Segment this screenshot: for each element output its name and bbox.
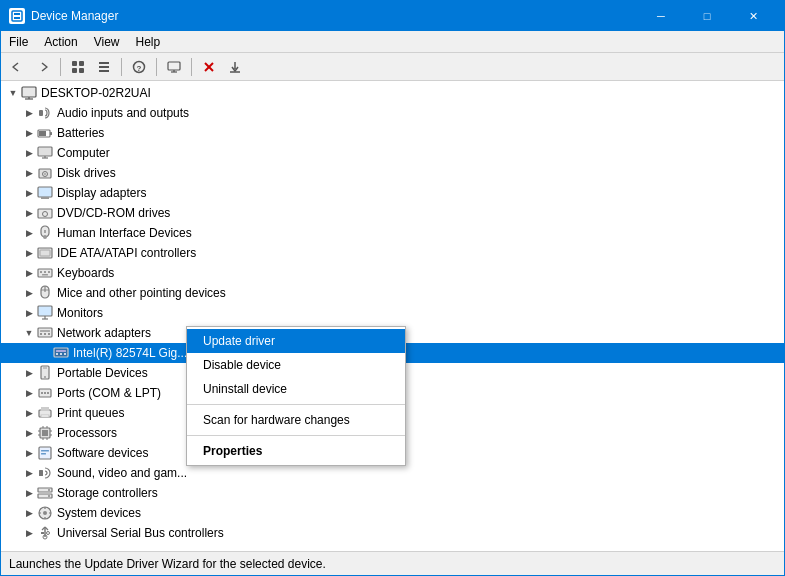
portable-label: Portable Devices bbox=[57, 366, 148, 380]
remove-button[interactable] bbox=[197, 56, 221, 78]
tree-item-batteries[interactable]: ▶ Batteries bbox=[1, 123, 784, 143]
svg-point-63 bbox=[44, 376, 46, 378]
expand-batteries[interactable]: ▶ bbox=[21, 125, 37, 141]
expand-sound[interactable]: ▶ bbox=[21, 465, 37, 481]
svg-rect-98 bbox=[41, 532, 44, 534]
svg-rect-51 bbox=[38, 328, 52, 337]
tree-item-ide[interactable]: ▶ IDE ATA/ATAPI controllers bbox=[1, 243, 784, 263]
computer-button[interactable] bbox=[162, 56, 186, 78]
view-list-button[interactable] bbox=[92, 56, 116, 78]
portable-icon bbox=[37, 365, 53, 381]
ctx-scan-hardware[interactable]: Scan for hardware changes bbox=[187, 408, 405, 432]
svg-rect-24 bbox=[39, 131, 46, 136]
expand-mice[interactable]: ▶ bbox=[21, 285, 37, 301]
expand-audio[interactable]: ▶ bbox=[21, 105, 37, 121]
tree-item-computer[interactable]: ▶ Computer bbox=[1, 143, 784, 163]
close-button[interactable]: ✕ bbox=[730, 1, 776, 31]
svg-rect-69 bbox=[41, 407, 49, 411]
maximize-button[interactable]: □ bbox=[684, 1, 730, 31]
ports-label: Ports (COM & LPT) bbox=[57, 386, 161, 400]
title-bar: Device Manager ─ □ ✕ bbox=[1, 1, 784, 31]
tree-item-audio[interactable]: ▶ Audio inputs and outputs bbox=[1, 103, 784, 123]
expand-disk[interactable]: ▶ bbox=[21, 165, 37, 181]
svg-rect-41 bbox=[40, 271, 42, 273]
sep2 bbox=[121, 58, 122, 76]
svg-point-87 bbox=[48, 489, 50, 491]
tree-item-dvd[interactable]: ▶ DVD/CD-ROM drives bbox=[1, 203, 784, 223]
forward-button[interactable] bbox=[31, 56, 55, 78]
expand-processors[interactable]: ▶ bbox=[21, 425, 37, 441]
tree-item-system[interactable]: ▶ System devices bbox=[1, 503, 784, 523]
menu-help[interactable]: Help bbox=[128, 31, 169, 53]
tree-item-monitors[interactable]: ▶ Monitors bbox=[1, 303, 784, 323]
expand-hid[interactable]: ▶ bbox=[21, 225, 37, 241]
sep3 bbox=[156, 58, 157, 76]
expand-display[interactable]: ▶ bbox=[21, 185, 37, 201]
minimize-button[interactable]: ─ bbox=[638, 1, 684, 31]
svg-rect-23 bbox=[50, 132, 52, 135]
ctx-update-driver[interactable]: Update driver bbox=[187, 329, 405, 353]
svg-point-52 bbox=[40, 333, 42, 335]
svg-rect-5 bbox=[72, 68, 77, 73]
svg-point-67 bbox=[47, 392, 49, 394]
expand-usb[interactable]: ▶ bbox=[21, 525, 37, 541]
storage-label: Storage controllers bbox=[57, 486, 158, 500]
keyboards-label: Keyboards bbox=[57, 266, 114, 280]
tree-item-mice[interactable]: ▶ Mice and other pointing devices bbox=[1, 283, 784, 303]
status-bar: Launches the Update Driver Wizard for th… bbox=[1, 551, 784, 575]
view-icon-button[interactable] bbox=[66, 56, 90, 78]
computer-device-icon bbox=[37, 145, 53, 161]
ctx-uninstall-device[interactable]: Uninstall device bbox=[187, 377, 405, 401]
tree-item-disk[interactable]: ▶ Disk drives bbox=[1, 163, 784, 183]
svg-point-90 bbox=[43, 511, 47, 515]
expand-storage[interactable]: ▶ bbox=[21, 485, 37, 501]
menu-action[interactable]: Action bbox=[36, 31, 85, 53]
expand-ports[interactable]: ▶ bbox=[21, 385, 37, 401]
tree-item-hid[interactable]: ▶ Human Interface Devices bbox=[1, 223, 784, 243]
expand-portable[interactable]: ▶ bbox=[21, 365, 37, 381]
svg-point-65 bbox=[41, 392, 43, 394]
svg-rect-8 bbox=[99, 66, 109, 68]
ctx-properties[interactable]: Properties bbox=[187, 439, 405, 463]
back-button[interactable] bbox=[5, 56, 29, 78]
print-label: Print queues bbox=[57, 406, 124, 420]
expand-root[interactable]: ▼ bbox=[5, 85, 21, 101]
expand-network[interactable]: ▼ bbox=[21, 325, 37, 341]
svg-rect-32 bbox=[41, 197, 49, 199]
expand-system[interactable]: ▶ bbox=[21, 505, 37, 521]
tree-item-keyboards[interactable]: ▶ Keyboards bbox=[1, 263, 784, 283]
help-button[interactable]: ? bbox=[127, 56, 151, 78]
ctx-sep2 bbox=[187, 435, 405, 436]
menu-file[interactable]: File bbox=[1, 31, 36, 53]
tree-item-usb[interactable]: ▶ Universal Serial Bus controllers bbox=[1, 523, 784, 543]
toolbar: ? bbox=[1, 53, 784, 81]
root-label: DESKTOP-02R2UAI bbox=[41, 86, 151, 100]
tree-item-sound[interactable]: ▶ Sound, video and gam... bbox=[1, 463, 784, 483]
expand-keyboards[interactable]: ▶ bbox=[21, 265, 37, 281]
dvd-icon bbox=[37, 205, 53, 221]
expand-software[interactable]: ▶ bbox=[21, 445, 37, 461]
svg-rect-7 bbox=[99, 62, 109, 64]
expand-monitors[interactable]: ▶ bbox=[21, 305, 37, 321]
battery-icon bbox=[37, 125, 53, 141]
svg-rect-0 bbox=[12, 11, 22, 21]
expand-computer[interactable]: ▶ bbox=[21, 145, 37, 161]
download-button[interactable] bbox=[223, 56, 247, 78]
expand-dvd[interactable]: ▶ bbox=[21, 205, 37, 221]
tree-view[interactable]: ▼ DESKTOP-02R2UAI ▶ Audio inputs and out… bbox=[1, 81, 784, 551]
audio-label: Audio inputs and outputs bbox=[57, 106, 189, 120]
usb-label: Universal Serial Bus controllers bbox=[57, 526, 224, 540]
mouse-icon bbox=[37, 285, 53, 301]
monitor-icon bbox=[37, 305, 53, 321]
tree-item-storage[interactable]: ▶ Storage controllers bbox=[1, 483, 784, 503]
svg-rect-31 bbox=[38, 187, 52, 197]
expand-ide[interactable]: ▶ bbox=[21, 245, 37, 261]
ctx-disable-device[interactable]: Disable device bbox=[187, 353, 405, 377]
expand-print[interactable]: ▶ bbox=[21, 405, 37, 421]
system-label: System devices bbox=[57, 506, 141, 520]
menu-view[interactable]: View bbox=[86, 31, 128, 53]
tree-item-display[interactable]: ▶ Display adapters bbox=[1, 183, 784, 203]
usb-icon bbox=[37, 525, 53, 541]
tree-root[interactable]: ▼ DESKTOP-02R2UAI bbox=[1, 83, 784, 103]
context-menu: Update driver Disable device Uninstall d… bbox=[186, 326, 406, 466]
